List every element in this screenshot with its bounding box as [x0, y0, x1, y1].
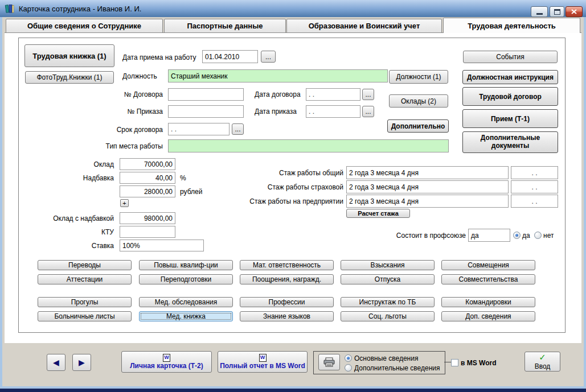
additional-info-button[interactable]: Доп. сведения: [441, 311, 535, 321]
close-icon: [571, 9, 577, 14]
labor-contract-button[interactable]: Трудовой договор: [462, 87, 558, 106]
absences-button[interactable]: Прогулы: [38, 297, 132, 307]
salaries-list-button[interactable]: Оклады (2): [389, 94, 448, 108]
professions-button[interactable]: Профессии: [240, 297, 334, 307]
contract-date-browse-button[interactable]: ...: [362, 89, 374, 100]
minimize-button[interactable]: [531, 6, 548, 17]
penalties-button[interactable]: Взыскания: [341, 260, 435, 270]
prev-record-button[interactable]: ◀: [47, 354, 65, 371]
union-member-field[interactable]: да: [468, 229, 510, 242]
order-number-field[interactable]: [168, 105, 244, 118]
full-report-word-button[interactable]: W Полный отчет в MS Word: [218, 351, 308, 373]
attestations-button[interactable]: Аттестации: [38, 274, 132, 284]
rewards-button[interactable]: Поощрения, награжд.: [240, 274, 334, 284]
experience-insured-label: Стаж работы страховой: [268, 183, 343, 191]
medical-examinations-button[interactable]: Мед. обследования: [139, 297, 233, 307]
experience-insured-field[interactable]: 2 года 3 месяца 4 дня: [346, 180, 509, 193]
safety-briefing-button[interactable]: Инструктаж по ТБ: [341, 297, 435, 307]
contract-number-label: № Договора: [124, 90, 163, 98]
contract-number-field[interactable]: [168, 88, 244, 101]
contract-term-browse-button[interactable]: ...: [232, 123, 244, 135]
position-label: Должность: [122, 72, 157, 80]
tab-work-activity[interactable]: Трудовая деятельность: [443, 18, 580, 33]
union-yes-radio[interactable]: [513, 232, 521, 239]
photo-labor-books-button[interactable]: ФотоТруд.Книжки (1): [25, 71, 114, 84]
in-ms-word-checkbox[interactable]: [451, 359, 458, 366]
tab-general-info[interactable]: Общие сведения о Сотруднике: [6, 19, 163, 33]
union-yes-label: да: [522, 232, 530, 240]
restore-icon: [554, 9, 560, 15]
job-description-button[interactable]: Должностная инструкция: [462, 70, 558, 84]
app-books-icon: [5, 3, 15, 14]
material-responsibility-button[interactable]: Мат. ответственность: [240, 260, 334, 270]
union-member-label: Состоит в профсоюзе: [396, 232, 466, 240]
sick-leaves-button[interactable]: Больничные листы: [38, 311, 132, 321]
additional-info-label: Дополнительные сведения: [354, 364, 440, 372]
basic-info-radio[interactable]: [345, 354, 352, 362]
contract-date-field[interactable]: . .: [306, 88, 360, 101]
rubles-label: рублей: [180, 188, 202, 196]
next-record-button[interactable]: ▶: [72, 354, 91, 371]
union-no-radio[interactable]: [534, 232, 542, 239]
events-button[interactable]: События: [463, 51, 558, 63]
tab-passport-data[interactable]: Паспортные данные: [164, 19, 286, 33]
experience-total-field[interactable]: 2 года 3 месяца 4 дня: [346, 166, 509, 179]
ktu-label: КТУ: [101, 228, 114, 236]
second-jobs-button[interactable]: Совместительства: [441, 274, 535, 284]
tab-education-military[interactable]: Образование и Воинский учет: [286, 19, 442, 33]
window-title: Карточка сотрудника - Иванов И. И.: [19, 5, 141, 13]
additional-documents-button[interactable]: Дополнительные документы: [462, 131, 558, 153]
qualification-raise-button[interactable]: Повыш. квалиф-ции: [139, 260, 233, 270]
print-button[interactable]: [318, 354, 340, 370]
experience-company-date-field[interactable]: . .: [511, 195, 558, 208]
order-number-label: № Приказа: [128, 108, 163, 115]
personal-card-t2-button[interactable]: W Личная карточка (Т-2): [121, 351, 212, 373]
experience-insured-date-field[interactable]: . .: [511, 180, 558, 193]
rate-field[interactable]: 100%: [120, 240, 204, 251]
social-benefits-button[interactable]: Соц. льготы: [341, 311, 435, 321]
positions-list-button[interactable]: Должности (1): [389, 70, 448, 84]
salary-with-bonus-field[interactable]: 98000,00: [120, 212, 175, 224]
enter-button-label: Ввод: [535, 362, 551, 370]
basic-info-label: Основные сведения: [354, 354, 418, 362]
combinations-button[interactable]: Совмещения: [441, 260, 535, 270]
workplace-type-field[interactable]: [168, 139, 449, 152]
hire-date-browse-button[interactable]: ...: [261, 51, 276, 63]
bonus-percent-field[interactable]: 40,00: [120, 172, 175, 184]
medical-book-button[interactable]: Мед. книжка: [139, 311, 233, 321]
percent-sign-label: %: [180, 174, 186, 182]
union-no-label: нет: [543, 232, 554, 240]
experience-company-field[interactable]: 2 года 3 месяца 4 дня: [346, 195, 509, 208]
bonus-rubles-field[interactable]: 28000,00: [120, 185, 175, 197]
restore-button[interactable]: [550, 6, 564, 17]
window-bottom-edge: [0, 389, 586, 392]
enter-button[interactable]: ✓ Ввод: [524, 352, 560, 372]
hiring-t1-button[interactable]: Прием (Т-1): [462, 109, 558, 128]
additional-info-radio[interactable]: [345, 364, 352, 372]
business-trips-button[interactable]: Командировки: [441, 297, 535, 307]
transfers-button[interactable]: Переводы: [38, 260, 132, 270]
retraining-button[interactable]: Переподготовки: [139, 274, 233, 284]
plus-button[interactable]: +: [120, 199, 129, 207]
salary-field[interactable]: 70000,00: [120, 158, 175, 170]
contract-term-field[interactable]: . .: [168, 123, 230, 135]
hire-date-label: Дата приема на работу: [122, 53, 196, 61]
additional-button[interactable]: Дополнительно: [387, 119, 449, 133]
contract-term-label: Срок договора: [117, 126, 163, 134]
titlebar: Карточка сотрудника - Иванов И. И.: [0, 0, 586, 17]
experience-total-label: Стаж работы общий: [279, 169, 343, 177]
calculate-experience-button[interactable]: Расчет стажа: [346, 209, 410, 218]
word-document-icon: W: [163, 354, 170, 362]
close-button[interactable]: [565, 6, 583, 17]
order-date-field[interactable]: . .: [306, 105, 360, 118]
ktu-field[interactable]: [120, 226, 175, 238]
labor-book-button[interactable]: Трудовая книжка (1): [24, 44, 114, 67]
vacations-button[interactable]: Отпуска: [341, 274, 435, 284]
hire-date-field[interactable]: 01.04.2010: [202, 50, 258, 63]
languages-button[interactable]: Знание языков: [240, 311, 334, 321]
contract-date-label: Дата договора: [255, 90, 301, 98]
position-field[interactable]: Старший механик: [168, 69, 388, 82]
order-date-browse-button[interactable]: ...: [362, 106, 374, 117]
green-check-icon: ✓: [539, 352, 546, 362]
experience-total-date-field[interactable]: . .: [511, 166, 558, 179]
